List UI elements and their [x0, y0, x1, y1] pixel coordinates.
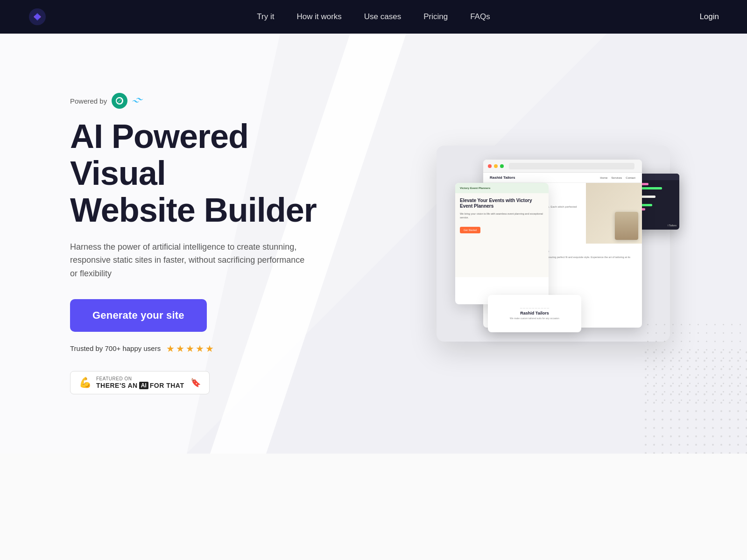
dot-grid-item [664, 366, 665, 367]
dot-grid-item [706, 324, 707, 325]
dot-grid-item [714, 324, 716, 325]
dot-grid-item [698, 324, 699, 325]
nav-faqs[interactable]: FAQs [470, 12, 490, 21]
dot-grid-item [731, 357, 733, 359]
dot-grid-item [681, 366, 682, 367]
site-nav-contact: Contact [626, 176, 635, 179]
dot-grid-item [672, 341, 674, 342]
dot-grid-item [714, 383, 716, 384]
logo[interactable] [28, 7, 47, 26]
dot-grid-item [698, 341, 699, 342]
star-4: ★ [196, 343, 204, 354]
star-2: ★ [176, 343, 184, 354]
badge-main-post: FOR THAT [150, 382, 184, 389]
dot-grid-item [714, 374, 716, 376]
dot-grid-item [647, 399, 648, 401]
badge-text-block: FEATURED ON THERE'S AN AI FOR THAT [96, 376, 184, 389]
hero-right: Rashid Tailors Home Services Contact Ras… [359, 80, 747, 407]
dot-grid-item [681, 349, 682, 350]
site-hero-image [586, 183, 642, 244]
dot-grid-item [655, 383, 657, 384]
badge-arm-icon: 💪 [79, 377, 92, 389]
dot-grid-item [740, 374, 741, 376]
hero-subtitle: Harness the power of artificial intellig… [70, 240, 313, 280]
dot-grid-item [655, 366, 657, 367]
event-body: Elevate Your Events with Victory Event P… [455, 193, 549, 277]
dot-grid-item [664, 332, 665, 334]
dot-grid-item [723, 332, 724, 334]
nav-how-it-works[interactable]: How it works [296, 12, 341, 21]
featured-badge: 💪 FEATURED ON THERE'S AN AI FOR THAT 🔖 [70, 371, 210, 394]
dot-grid-item [655, 324, 657, 325]
event-title: Elevate Your Events with Victory Event P… [460, 198, 544, 209]
dot-grid-decoration: // This will be rendered inline [647, 324, 747, 407]
dot-grid-item [714, 332, 716, 334]
dot-grid-item [740, 349, 741, 350]
dot-grid-item [731, 366, 733, 367]
hero-title: AI Powered Visual Website Builder [70, 118, 341, 229]
dot-grid-item [731, 391, 733, 392]
dot-grid-item [698, 366, 699, 367]
dot-grid-item [672, 399, 674, 401]
dot-grid-item [731, 374, 733, 376]
badge-main-pre: THERE'S AN [96, 382, 138, 389]
dot-grid-item [681, 374, 682, 376]
dot-grid-item [647, 366, 648, 367]
dot-grid-item [740, 341, 741, 342]
dot-grid-item [714, 357, 716, 359]
dot-grid-item [706, 357, 707, 359]
badge-ai-label: AI [139, 382, 148, 389]
dot-grid-item [706, 391, 707, 392]
dot-grid-item [714, 349, 716, 350]
navbar: Try it How it works Use cases Pricing FA… [0, 0, 747, 34]
event-sub: We bring your vision to life with seamle… [460, 212, 544, 220]
nav-use-cases[interactable]: Use cases [364, 12, 401, 21]
dot-grid-item [655, 391, 657, 392]
site-nav: Home Services Contact [600, 176, 635, 179]
dot-grid-item [723, 341, 724, 342]
dot-grid-item [664, 383, 665, 384]
dot-grid-item [672, 366, 674, 367]
dot-grid-item [664, 374, 665, 376]
dot-grid-item [714, 366, 716, 367]
rashid-card-sub: We make custom tailored suits for any oc… [510, 317, 559, 321]
dot-grid-item [664, 391, 665, 392]
dot-grid-item [672, 332, 674, 334]
dot-grid-item [706, 366, 707, 367]
dot-grid-item [664, 341, 665, 342]
dot-grid-item [681, 391, 682, 392]
dot-grid-item [655, 399, 657, 401]
dot-grid-item [689, 324, 691, 325]
generate-site-button[interactable]: Generate your site [70, 299, 207, 332]
dot-grid-item [647, 383, 648, 384]
dot-grid-item [723, 383, 724, 384]
dot-grid-item [681, 357, 682, 359]
site-header: Rashid Tailors Home Services Contact [483, 173, 642, 183]
dot-grid-item [655, 341, 657, 342]
login-link[interactable]: Login [699, 12, 719, 21]
dot-grid-item [647, 357, 648, 359]
rashid-card-small: — — — — — — — — — — [520, 307, 550, 309]
dot-grid-item [731, 341, 733, 342]
dot-grid-item [698, 383, 699, 384]
dot-grid-item [731, 324, 733, 325]
dot-grid-item [698, 357, 699, 359]
dot-grid-item [714, 391, 716, 392]
mockup-container: Rashid Tailors Home Services Contact Ras… [437, 146, 670, 342]
browser-bar [483, 160, 642, 173]
dot-grid-item [689, 349, 691, 350]
dot-grid-item [689, 374, 691, 376]
dot-grid-item [681, 332, 682, 334]
nav-try-it[interactable]: Try it [257, 12, 274, 21]
powered-by-text: Powered by [70, 97, 107, 105]
nav-pricing[interactable]: Pricing [423, 12, 448, 21]
dot-grid-item [672, 324, 674, 325]
dot-grid-item [740, 391, 741, 392]
nav-links: Try it How it works Use cases Pricing FA… [257, 12, 490, 21]
dot-grid-item [698, 349, 699, 350]
dot-grid-item [706, 399, 707, 401]
dot-grid-item [698, 374, 699, 376]
openai-icon [112, 93, 127, 109]
star-3: ★ [186, 343, 194, 354]
dot-grid-item [672, 349, 674, 350]
